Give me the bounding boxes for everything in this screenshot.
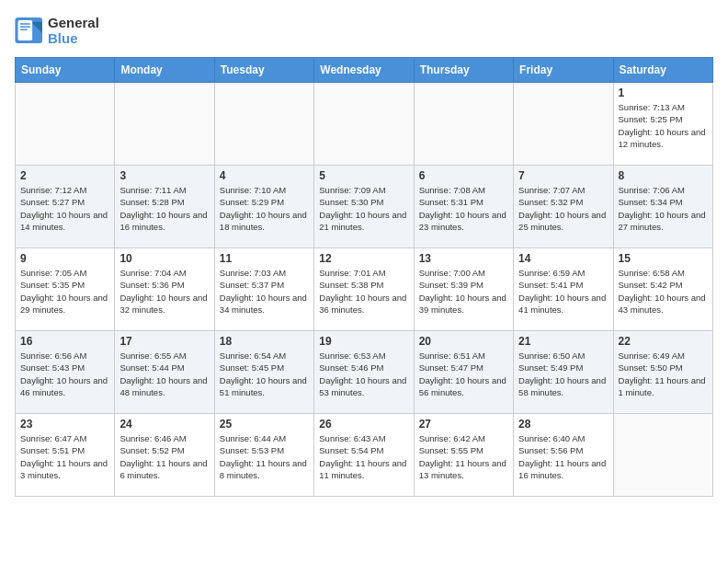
day-info: Sunrise: 6:51 AM Sunset: 5:47 PM Dayligh… (419, 350, 508, 398)
page-header: General Blue (15, 15, 713, 46)
day-info: Sunrise: 7:05 AM Sunset: 5:35 PM Dayligh… (20, 267, 109, 316)
calendar-cell (115, 83, 214, 166)
day-info: Sunrise: 6:55 AM Sunset: 5:44 PM Dayligh… (119, 350, 209, 398)
day-info: Sunrise: 7:08 AM Sunset: 5:31 PM Dayligh… (419, 184, 508, 233)
day-info: Sunrise: 7:13 AM Sunset: 5:25 PM Dayligh… (619, 101, 708, 150)
day-number: 27 (419, 418, 508, 431)
day-number: 26 (319, 418, 408, 431)
calendar-cell: 18Sunrise: 6:54 AM Sunset: 5:45 PM Dayli… (214, 331, 313, 414)
day-info: Sunrise: 7:09 AM Sunset: 5:30 PM Dayligh… (319, 184, 408, 233)
day-info: Sunrise: 6:40 AM Sunset: 5:56 PM Dayligh… (518, 432, 608, 481)
calendar-cell: 19Sunrise: 6:53 AM Sunset: 5:46 PM Dayli… (314, 331, 414, 414)
day-number: 7 (518, 169, 608, 182)
calendar-cell: 6Sunrise: 7:08 AM Sunset: 5:31 PM Daylig… (414, 166, 513, 248)
svg-rect-3 (20, 23, 30, 25)
calendar-cell: 22Sunrise: 6:49 AM Sunset: 5:50 PM Dayli… (613, 331, 712, 414)
day-number: 24 (119, 418, 209, 431)
logo-text: General Blue (48, 15, 99, 46)
calendar-cell: 14Sunrise: 6:59 AM Sunset: 5:41 PM Dayli… (514, 248, 613, 331)
day-header-saturday: Saturday (613, 58, 712, 83)
calendar-week-row: 9Sunrise: 7:05 AM Sunset: 5:35 PM Daylig… (16, 248, 713, 331)
day-header-tuesday: Tuesday (214, 58, 313, 83)
calendar-week-row: 1Sunrise: 7:13 AM Sunset: 5:25 PM Daylig… (16, 83, 713, 166)
day-number: 3 (119, 169, 209, 182)
logo: General Blue (15, 15, 99, 46)
day-number: 8 (619, 169, 708, 182)
calendar-cell: 8Sunrise: 7:06 AM Sunset: 5:34 PM Daylig… (613, 166, 712, 248)
calendar-cell: 15Sunrise: 6:58 AM Sunset: 5:42 PM Dayli… (613, 248, 712, 331)
day-info: Sunrise: 7:12 AM Sunset: 5:27 PM Dayligh… (20, 184, 109, 233)
calendar-cell: 20Sunrise: 6:51 AM Sunset: 5:47 PM Dayli… (414, 331, 513, 414)
day-info: Sunrise: 6:54 AM Sunset: 5:45 PM Dayligh… (220, 350, 309, 398)
day-number: 6 (419, 169, 508, 182)
day-info: Sunrise: 7:10 AM Sunset: 5:29 PM Dayligh… (220, 184, 309, 233)
calendar-cell: 11Sunrise: 7:03 AM Sunset: 5:37 PM Dayli… (214, 248, 313, 331)
day-info: Sunrise: 6:49 AM Sunset: 5:50 PM Dayligh… (619, 350, 708, 398)
calendar-cell (16, 83, 115, 166)
calendar-cell: 16Sunrise: 6:56 AM Sunset: 5:43 PM Dayli… (16, 331, 115, 414)
day-header-sunday: Sunday (16, 58, 115, 83)
calendar-cell: 25Sunrise: 6:44 AM Sunset: 5:53 PM Dayli… (214, 414, 313, 497)
day-number: 15 (619, 252, 708, 265)
calendar-header-row: SundayMondayTuesdayWednesdayThursdayFrid… (16, 58, 713, 83)
day-info: Sunrise: 6:42 AM Sunset: 5:55 PM Dayligh… (419, 432, 508, 481)
day-info: Sunrise: 7:11 AM Sunset: 5:28 PM Dayligh… (119, 184, 209, 233)
day-info: Sunrise: 6:59 AM Sunset: 5:41 PM Dayligh… (518, 267, 608, 316)
calendar-cell (214, 83, 313, 166)
calendar-table: SundayMondayTuesdayWednesdayThursdayFrid… (15, 57, 713, 497)
day-number: 19 (319, 335, 408, 348)
day-info: Sunrise: 6:58 AM Sunset: 5:42 PM Dayligh… (619, 267, 708, 316)
day-number: 9 (20, 252, 109, 265)
day-info: Sunrise: 7:01 AM Sunset: 5:38 PM Dayligh… (319, 267, 408, 316)
day-info: Sunrise: 6:47 AM Sunset: 5:51 PM Dayligh… (20, 432, 109, 481)
calendar-cell (314, 83, 414, 166)
day-number: 10 (119, 252, 209, 265)
day-number: 17 (119, 335, 209, 348)
day-number: 13 (419, 252, 508, 265)
calendar-cell: 5Sunrise: 7:09 AM Sunset: 5:30 PM Daylig… (314, 166, 414, 248)
day-number: 18 (220, 335, 309, 348)
day-info: Sunrise: 6:46 AM Sunset: 5:52 PM Dayligh… (119, 432, 209, 481)
day-number: 25 (220, 418, 309, 431)
calendar-cell: 27Sunrise: 6:42 AM Sunset: 5:55 PM Dayli… (414, 414, 513, 497)
day-number: 23 (20, 418, 109, 431)
day-info: Sunrise: 7:07 AM Sunset: 5:32 PM Dayligh… (518, 184, 608, 233)
calendar-cell: 26Sunrise: 6:43 AM Sunset: 5:54 PM Dayli… (314, 414, 414, 497)
calendar-cell: 17Sunrise: 6:55 AM Sunset: 5:44 PM Dayli… (115, 331, 214, 414)
day-header-thursday: Thursday (414, 58, 513, 83)
calendar-cell: 2Sunrise: 7:12 AM Sunset: 5:27 PM Daylig… (16, 166, 115, 248)
calendar-week-row: 23Sunrise: 6:47 AM Sunset: 5:51 PM Dayli… (16, 414, 713, 497)
calendar-cell: 21Sunrise: 6:50 AM Sunset: 5:49 PM Dayli… (514, 331, 613, 414)
day-header-monday: Monday (115, 58, 214, 83)
calendar-cell: 13Sunrise: 7:00 AM Sunset: 5:39 PM Dayli… (414, 248, 513, 331)
calendar-cell: 9Sunrise: 7:05 AM Sunset: 5:35 PM Daylig… (16, 248, 115, 331)
calendar-cell: 7Sunrise: 7:07 AM Sunset: 5:32 PM Daylig… (514, 166, 613, 248)
calendar-cell (514, 83, 613, 166)
day-number: 11 (220, 252, 309, 265)
day-info: Sunrise: 7:06 AM Sunset: 5:34 PM Dayligh… (619, 184, 708, 233)
day-info: Sunrise: 7:03 AM Sunset: 5:37 PM Dayligh… (220, 267, 309, 316)
day-number: 12 (319, 252, 408, 265)
calendar-cell: 12Sunrise: 7:01 AM Sunset: 5:38 PM Dayli… (314, 248, 414, 331)
calendar-cell: 24Sunrise: 6:46 AM Sunset: 5:52 PM Dayli… (115, 414, 214, 497)
day-number: 20 (419, 335, 508, 348)
day-info: Sunrise: 6:50 AM Sunset: 5:49 PM Dayligh… (518, 350, 608, 398)
calendar-cell: 23Sunrise: 6:47 AM Sunset: 5:51 PM Dayli… (16, 414, 115, 497)
day-info: Sunrise: 7:04 AM Sunset: 5:36 PM Dayligh… (119, 267, 209, 316)
calendar-cell (414, 83, 513, 166)
svg-rect-4 (20, 26, 30, 28)
day-header-friday: Friday (514, 58, 613, 83)
calendar-cell: 4Sunrise: 7:10 AM Sunset: 5:29 PM Daylig… (214, 166, 313, 248)
day-number: 21 (518, 335, 608, 348)
calendar-week-row: 16Sunrise: 6:56 AM Sunset: 5:43 PM Dayli… (16, 331, 713, 414)
day-info: Sunrise: 6:53 AM Sunset: 5:46 PM Dayligh… (319, 350, 408, 398)
day-number: 5 (319, 169, 408, 182)
calendar-cell: 10Sunrise: 7:04 AM Sunset: 5:36 PM Dayli… (115, 248, 214, 331)
calendar-cell (613, 414, 712, 497)
logo-icon (15, 17, 44, 43)
calendar-cell: 3Sunrise: 7:11 AM Sunset: 5:28 PM Daylig… (115, 166, 214, 248)
day-number: 2 (20, 169, 109, 182)
day-info: Sunrise: 6:56 AM Sunset: 5:43 PM Dayligh… (20, 350, 109, 398)
day-number: 22 (619, 335, 708, 348)
day-info: Sunrise: 6:43 AM Sunset: 5:54 PM Dayligh… (319, 432, 408, 481)
